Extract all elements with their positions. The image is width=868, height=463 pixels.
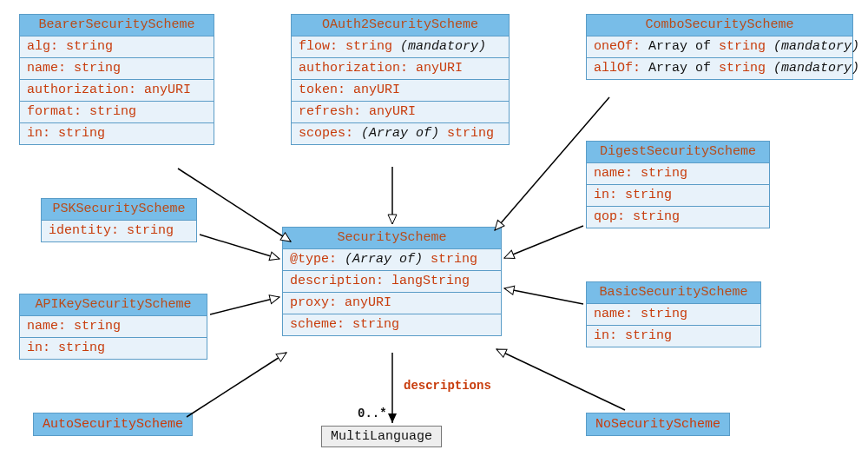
attr-row: name: string: [20, 58, 214, 80]
attr-row: token: anyURI: [292, 80, 509, 102]
class-title: BasicSecurityScheme: [587, 282, 760, 304]
attr-row: qop: string: [587, 207, 769, 228]
class-bearer: BearerSecurityScheme alg: stringname: st…: [19, 14, 214, 145]
class-title: APIKeySecurityScheme: [20, 294, 207, 316]
class-apikey: APIKeySecurityScheme name: stringin: str…: [19, 294, 207, 360]
class-title: AutoSecurityScheme: [43, 417, 183, 432]
class-nosec: NoSecurityScheme: [586, 413, 730, 436]
attr-row: identity: string: [42, 221, 196, 241]
attr-rows: name: stringin: string: [20, 316, 207, 359]
class-multilanguage: MultiLanguage: [321, 426, 442, 447]
class-digest: DigestSecurityScheme name: stringin: str…: [586, 141, 770, 228]
attr-rows: alg: stringname: stringauthorization: an…: [20, 36, 214, 144]
attr-rows: @type: (Array of) stringdescription: lan…: [283, 249, 501, 335]
attr-row: name: string: [587, 304, 760, 326]
class-title: MultiLanguage: [331, 429, 432, 444]
attr-row: format: string: [20, 102, 214, 123]
class-security: SecurityScheme @type: (Array of) stringd…: [282, 227, 502, 336]
class-psk: PSKSecurityScheme identity: string: [41, 198, 197, 242]
class-title: ComboSecurityScheme: [587, 15, 852, 36]
attr-row: description: langString: [283, 271, 501, 293]
attr-row: in: string: [20, 123, 214, 144]
attr-row: authorization: anyURI: [20, 80, 214, 102]
class-auto: AutoSecurityScheme: [33, 413, 193, 436]
svg-line-6: [187, 353, 286, 417]
svg-line-8: [200, 235, 279, 259]
attr-row: name: string: [587, 163, 769, 185]
attr-row: refresh: anyURI: [292, 102, 509, 123]
class-combo: ComboSecurityScheme oneOf: Array of stri…: [586, 14, 853, 80]
class-title: PSKSecurityScheme: [42, 199, 196, 221]
attr-row: authorization: anyURI: [292, 58, 509, 80]
diagram-canvas: BearerSecurityScheme alg: stringname: st…: [0, 0, 868, 463]
attr-row: @type: (Array of) string: [283, 249, 501, 271]
attr-row: scheme: string: [283, 314, 501, 335]
assoc-label-descriptions: descriptions: [404, 379, 491, 393]
class-title: OAuth2SecurityScheme: [292, 15, 509, 36]
svg-line-3: [504, 226, 583, 258]
class-basic: BasicSecurityScheme name: stringin: stri…: [586, 281, 761, 347]
class-title: BearerSecurityScheme: [20, 15, 214, 36]
attr-row: alg: string: [20, 36, 214, 58]
attr-rows: name: stringin: stringqop: string: [587, 163, 769, 228]
svg-line-7: [210, 297, 279, 314]
class-title: NoSecurityScheme: [595, 417, 720, 432]
attr-row: proxy: anyURI: [283, 293, 501, 314]
attr-row: in: string: [587, 185, 769, 207]
attr-row: in: string: [587, 326, 760, 347]
attr-row: oneOf: Array of string (mandatory): [587, 36, 852, 58]
attr-rows: name: stringin: string: [587, 304, 760, 347]
attr-row: scopes: (Array of) string: [292, 123, 509, 144]
attr-row: flow: string (mandatory): [292, 36, 509, 58]
attr-rows: flow: string (mandatory)authorization: a…: [292, 36, 509, 144]
attr-rows: oneOf: Array of string (mandatory)allOf:…: [587, 36, 852, 79]
assoc-multiplicity: 0..*: [358, 407, 387, 420]
attr-row: name: string: [20, 316, 207, 338]
svg-line-5: [496, 349, 625, 410]
attr-row: allOf: Array of string (mandatory): [587, 58, 852, 79]
class-oauth2: OAuth2SecurityScheme flow: string (manda…: [291, 14, 510, 145]
attr-row: in: string: [20, 338, 207, 359]
class-title: DigestSecurityScheme: [587, 142, 769, 163]
class-title: SecurityScheme: [283, 228, 501, 249]
attr-rows: identity: string: [42, 221, 196, 241]
svg-line-4: [504, 288, 583, 304]
